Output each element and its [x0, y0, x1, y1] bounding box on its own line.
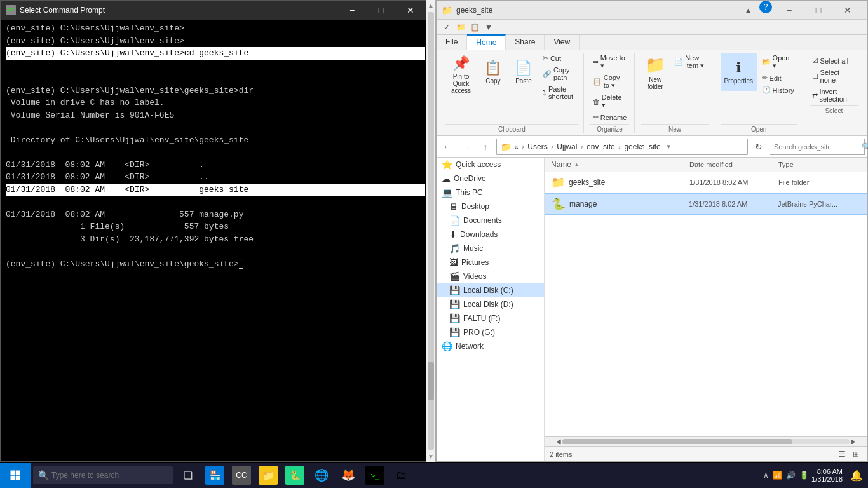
sidebar-item-pro[interactable]: 💾 PRO (G:) [437, 325, 544, 339]
sidebar-item-localdiskc[interactable]: 💾 Local Disk (C:) [437, 283, 544, 297]
file-row-manage[interactable]: 🐍 manage 1/31/2018 8:02 AM JetBrains PyC… [545, 193, 867, 215]
up-button[interactable]: ↑ [477, 139, 494, 155]
firefox-button[interactable]: 🦊 [337, 463, 360, 488]
help-button[interactable]: ? [759, 1, 772, 13]
col-header-type[interactable]: Type [778, 161, 861, 168]
copy-button[interactable]: 📋 Copy [479, 53, 507, 91]
qt-copy-button[interactable]: 📋 [468, 21, 481, 34]
scrollbar-handle[interactable] [428, 362, 434, 400]
tab-view[interactable]: View [545, 35, 580, 50]
paste-shortcut-button[interactable]: ⤵ Paste shortcut [540, 84, 578, 102]
tray-up-arrow[interactable]: ∧ [763, 471, 769, 480]
cmd-content[interactable]: (env_site) C:\Users\Ujjwal\env_site> (en… [1, 20, 430, 461]
path-dropdown-icon[interactable]: ▼ [665, 143, 672, 150]
explorer-taskbar-button[interactable]: 📁 [257, 463, 280, 488]
address-path[interactable]: 📁 « › Users › Ujjwal › env_site › geeks_… [496, 139, 748, 155]
hscroll-left-arrow[interactable]: ◀ [555, 438, 562, 445]
sidebar-item-documents[interactable]: 📄 Documents [437, 214, 544, 227]
sidebar-item-pictures[interactable]: 🖼 Pictures [437, 255, 544, 269]
sidebar-item-music[interactable]: 🎵 Music [437, 241, 544, 255]
ribbon-collapse-button[interactable]: ▲ [740, 1, 757, 20]
cmd-taskbar-button[interactable]: >_ [363, 463, 386, 488]
hscroll-right-arrow[interactable]: ▶ [850, 438, 857, 445]
caption-cc-button[interactable]: CC [230, 463, 253, 488]
sidebar-item-onedrive[interactable]: ☁ OneDrive [437, 172, 544, 186]
select-all-icon: ☑ [812, 57, 818, 65]
path-part-ujjwal[interactable]: Ujjwal [555, 142, 580, 151]
sidebar-item-thispc[interactable]: 💻 This PC [437, 186, 544, 200]
cmd-maximize-button[interactable]: □ [367, 1, 396, 20]
detail-view-button[interactable]: ☰ [836, 448, 848, 461]
select-all-button[interactable]: ☑ Select all [810, 55, 858, 66]
sidebar-item-faltu[interactable]: 💾 FALTU (F:) [437, 311, 544, 325]
back-button[interactable]: ← [439, 139, 456, 155]
history-button[interactable]: 🕐 History [759, 85, 797, 95]
open-button[interactable]: 📂 Open ▾ [759, 53, 797, 71]
tab-home[interactable]: Home [467, 34, 506, 50]
scrollbar-up-arrow[interactable]: ▲ [428, 0, 434, 11]
horizontal-scrollbar[interactable]: ◀ ▶ [545, 436, 867, 446]
tab-file[interactable]: File [437, 35, 467, 50]
col-header-name[interactable]: Name ▲ [551, 160, 689, 169]
taskbar-search-input[interactable] [51, 471, 153, 480]
path-part-users[interactable]: Users [526, 142, 550, 151]
taskbar-clock[interactable]: 8:06 AM 1/31/2018 [811, 468, 843, 483]
sidebar-item-network[interactable]: 🌐 Network [437, 339, 544, 353]
qt-folder-button[interactable]: 📁 [454, 21, 467, 34]
pin-quick-access-button[interactable]: 📌 Pin to Quickaccess [445, 53, 477, 97]
explorer-minimize-button[interactable]: − [775, 1, 804, 20]
chrome-icon: 🌐 [312, 466, 331, 485]
path-part-env_site[interactable]: env_site [585, 142, 617, 151]
scrollbar-thumb[interactable] [428, 12, 434, 450]
hscroll-thumb[interactable] [562, 439, 792, 444]
taskbar-search[interactable]: 🔍 [33, 466, 173, 484]
content-area[interactable]: Name ▲ Date modified Type 📁 geeks_site 1… [545, 158, 867, 436]
col-header-date[interactable]: Date modified [689, 161, 778, 168]
file-type-manage: JetBrains PyChar... [778, 200, 860, 208]
copy-path-button[interactable]: 🔗 Copy path [540, 65, 578, 83]
delete-button[interactable]: 🗑 Delete ▾ [590, 92, 630, 111]
start-button[interactable] [0, 463, 31, 488]
qt-dropdown-button[interactable]: ▼ [482, 21, 495, 34]
sidebar-item-downloads[interactable]: ⬇ Downloads [437, 227, 544, 241]
new-folder-button[interactable]: 📁 Newfolder [641, 53, 669, 93]
search-box[interactable]: 🔍 [770, 139, 865, 155]
large-icon-view-button[interactable]: ⊞ [850, 448, 862, 461]
sidebar-item-quickaccess[interactable]: ⭐ Quick access [437, 158, 544, 172]
hscroll-track[interactable] [562, 439, 850, 444]
filemanager-button[interactable]: 🗂 [390, 463, 413, 488]
new-item-button[interactable]: 📄 New item ▾ [672, 53, 708, 71]
cmd-minimize-button[interactable]: − [337, 1, 367, 20]
qt-checkmark-button[interactable]: ✓ [440, 21, 453, 34]
edit-button[interactable]: ✏ Edit [759, 72, 797, 83]
pycharm-button[interactable]: 🐍 [283, 463, 306, 488]
path-part-geeks_site[interactable]: geeks_site [622, 142, 663, 151]
cmd-close-button[interactable]: ✕ [396, 1, 425, 20]
sidebar-item-videos[interactable]: 🎬 Videos [437, 269, 544, 283]
sidebar-documents-label: Documents [463, 216, 502, 225]
notification-icon[interactable]: 🔔 [850, 470, 863, 482]
move-to-button[interactable]: ➡ Move to ▾ [590, 53, 630, 71]
properties-button[interactable]: ℹ Properties [721, 53, 757, 91]
file-row-geeks_site[interactable]: 📁 geeks_site 1/31/2018 8:02 AM File fold… [545, 172, 867, 193]
ribbon: File Home Share View 📌 Pin to Quickacces… [437, 35, 867, 136]
cmd-scrollbar[interactable]: ▲ ▼ [426, 0, 436, 462]
cut-button[interactable]: ✂ Cut [540, 53, 578, 64]
store-taskbar-button[interactable]: 🏪 [203, 463, 226, 488]
sidebar-item-desktop[interactable]: 🖥 Desktop [437, 200, 544, 214]
tab-share[interactable]: Share [506, 35, 545, 50]
select-none-button[interactable]: ☐ Select none [810, 67, 858, 85]
copy-to-button[interactable]: 📋 Copy to ▾ [590, 72, 630, 91]
paste-button[interactable]: 📄 Paste [510, 53, 538, 91]
explorer-maximize-button[interactable]: □ [804, 1, 833, 20]
rename-button[interactable]: ✏ Rename [590, 112, 630, 123]
invert-selection-button[interactable]: ⇄ Invert selection [810, 86, 858, 104]
taskview-button[interactable]: ❑ [177, 463, 200, 488]
sidebar-item-localdiskd[interactable]: 💾 Local Disk (D:) [437, 297, 544, 311]
scrollbar-down-arrow[interactable]: ▼ [428, 451, 434, 462]
open-small-group: 📂 Open ▾ ✏ Edit 🕐 History [759, 53, 797, 95]
explorer-close-button[interactable]: ✕ [833, 1, 862, 20]
search-input[interactable] [774, 143, 862, 151]
refresh-button[interactable]: ↻ [750, 139, 767, 155]
chrome-button[interactable]: 🌐 [310, 463, 333, 488]
